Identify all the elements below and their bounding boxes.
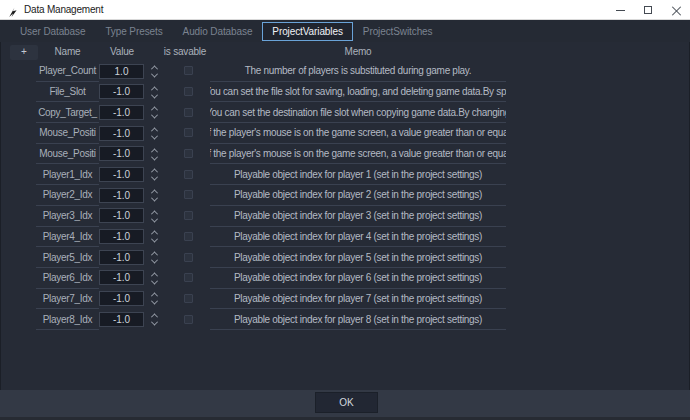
chevron-down-icon[interactable] [150, 112, 157, 119]
maximize-icon [644, 6, 652, 14]
memo-cell[interactable]: Playable object index for player 6 (set … [210, 268, 506, 289]
is-savable-checkbox[interactable] [184, 315, 193, 324]
value-input[interactable] [99, 167, 144, 182]
chevron-down-icon[interactable] [150, 236, 157, 243]
value-stepper [148, 82, 160, 103]
close-button[interactable] [662, 0, 690, 20]
chevron-down-icon[interactable] [150, 195, 157, 202]
variable-name-cell[interactable]: File_Slot [36, 82, 99, 103]
is-savable-checkbox[interactable] [184, 253, 193, 262]
chevron-down-icon[interactable] [150, 153, 157, 160]
is-savable-checkbox[interactable] [184, 211, 193, 220]
table-row: Player2_IdxPlayable object index for pla… [0, 185, 690, 206]
table-row: File_SlotYou can set the file slot for s… [0, 82, 690, 103]
tab-projectvariables[interactable]: ProjectVariables [262, 22, 352, 41]
table-row: Player7_IdxPlayable object index for pla… [0, 289, 690, 310]
value-input[interactable] [99, 84, 144, 99]
memo-cell[interactable]: If the player's mouse is on the game scr… [210, 123, 506, 144]
memo-cell[interactable]: Playable object index for player 1 (set … [210, 164, 506, 185]
variable-name-cell[interactable]: Player4_Idx [36, 227, 99, 248]
add-variable-button[interactable]: + [10, 45, 38, 60]
is-savable-checkbox[interactable] [184, 87, 193, 96]
memo-cell[interactable]: Playable object index for player 7 (set … [210, 289, 506, 310]
variable-name-cell[interactable]: Player_Count [36, 61, 99, 82]
memo-cell[interactable]: Playable object index for player 4 (set … [210, 227, 506, 248]
value-stepper [148, 289, 160, 310]
title-bar: Data Management [0, 0, 690, 20]
table-row: Player6_IdxPlayable object index for pla… [0, 268, 690, 289]
maximize-button[interactable] [634, 0, 662, 20]
minimize-icon [616, 10, 625, 11]
value-input[interactable] [99, 312, 144, 327]
variable-name-cell[interactable]: Copy_Target_ [36, 102, 99, 123]
variable-name-cell[interactable]: Player2_Idx [36, 185, 99, 206]
is-savable-checkbox[interactable] [184, 149, 193, 158]
chevron-down-icon[interactable] [150, 298, 157, 305]
is-savable-checkbox[interactable] [184, 232, 193, 241]
chevron-down-icon[interactable] [150, 91, 157, 98]
chevron-down-icon[interactable] [150, 319, 157, 326]
value-stepper [148, 309, 160, 330]
column-header-memo: Memo [210, 46, 506, 57]
memo-cell[interactable]: The number of players is substituted dur… [210, 61, 506, 82]
is-savable-checkbox[interactable] [184, 190, 193, 199]
memo-cell[interactable]: You can set the destination file slot wh… [210, 102, 506, 123]
variable-name-cell[interactable]: Player7_Idx [36, 289, 99, 310]
value-input[interactable] [99, 126, 144, 141]
table-row: Mouse_PositiIf the player's mouse is on … [0, 144, 690, 165]
chevron-down-icon[interactable] [150, 215, 157, 222]
chevron-down-icon[interactable] [150, 132, 157, 139]
table-row: Player1_IdxPlayable object index for pla… [0, 164, 690, 185]
table-row: Mouse_PositiIf the player's mouse is on … [0, 123, 690, 144]
value-stepper [148, 227, 160, 248]
variable-name-cell[interactable]: Player8_Idx [36, 309, 99, 330]
chevron-down-icon[interactable] [150, 70, 157, 77]
memo-cell[interactable]: You can set the file slot for saving, lo… [210, 82, 506, 103]
memo-cell[interactable]: Playable object index for player 5 (set … [210, 247, 506, 268]
value-input[interactable] [99, 188, 144, 203]
column-header-value: Value [97, 46, 147, 57]
app-icon [7, 4, 18, 15]
tab-audio-database[interactable]: Audio Database [173, 22, 263, 41]
is-savable-checkbox[interactable] [184, 128, 193, 137]
value-input[interactable] [99, 208, 144, 223]
table-row: Player8_IdxPlayable object index for pla… [0, 309, 690, 330]
tab-user-database[interactable]: User Database [10, 22, 95, 41]
table-row: Copy_Target_You can set the destination … [0, 102, 690, 123]
is-savable-checkbox[interactable] [184, 66, 193, 75]
is-savable-checkbox[interactable] [184, 170, 193, 179]
value-stepper [148, 123, 160, 144]
variable-name-cell[interactable]: Mouse_Positi [36, 144, 99, 165]
chevron-down-icon[interactable] [150, 257, 157, 264]
variables-table: + Name Value is savable Memo Player_Coun… [0, 42, 690, 390]
value-input[interactable] [99, 64, 144, 79]
value-input[interactable] [99, 250, 144, 265]
value-stepper [148, 144, 160, 165]
memo-cell[interactable]: If the player's mouse is on the game scr… [210, 144, 506, 165]
chevron-down-icon[interactable] [150, 174, 157, 181]
value-input[interactable] [99, 291, 144, 306]
tab-projectswitches[interactable]: ProjectSwitches [353, 22, 443, 41]
variable-name-cell[interactable]: Player3_Idx [36, 206, 99, 227]
column-header-savable: is savable [153, 46, 217, 57]
value-input[interactable] [99, 146, 144, 161]
chevron-down-icon[interactable] [150, 277, 157, 284]
memo-cell[interactable]: Playable object index for player 8 (set … [210, 309, 506, 330]
data-management-window: Data Management User DatabaseType Preset… [0, 0, 690, 420]
value-input[interactable] [99, 105, 144, 120]
value-input[interactable] [99, 229, 144, 244]
ok-button[interactable]: OK [315, 392, 378, 413]
memo-cell[interactable]: Playable object index for player 3 (set … [210, 206, 506, 227]
variable-name-cell[interactable]: Player1_Idx [36, 164, 99, 185]
variable-name-cell[interactable]: Player6_Idx [36, 268, 99, 289]
variable-name-cell[interactable]: Player5_Idx [36, 247, 99, 268]
window-title: Data Management [24, 4, 103, 15]
minimize-button[interactable] [606, 0, 634, 20]
is-savable-checkbox[interactable] [184, 273, 193, 282]
variable-name-cell[interactable]: Mouse_Positi [36, 123, 99, 144]
value-input[interactable] [99, 270, 144, 285]
is-savable-checkbox[interactable] [184, 108, 193, 117]
tab-type-presets[interactable]: Type Presets [95, 22, 172, 41]
memo-cell[interactable]: Playable object index for player 2 (set … [210, 185, 506, 206]
is-savable-checkbox[interactable] [184, 294, 193, 303]
